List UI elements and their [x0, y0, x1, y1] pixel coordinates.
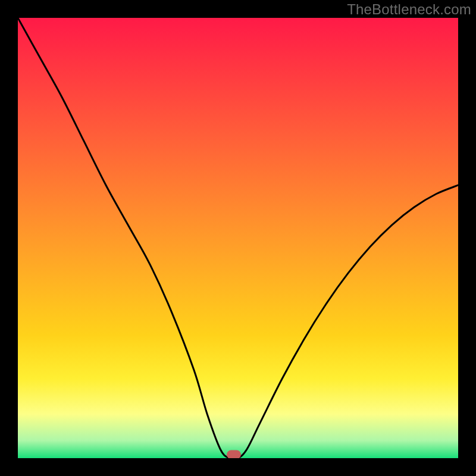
chart-svg	[18, 18, 458, 458]
chart-frame: TheBottleneck.com	[0, 0, 476, 476]
plot-area	[18, 18, 458, 458]
gradient-background	[18, 18, 458, 458]
optimal-point-marker	[227, 450, 241, 459]
watermark-text: TheBottleneck.com	[347, 1, 471, 18]
